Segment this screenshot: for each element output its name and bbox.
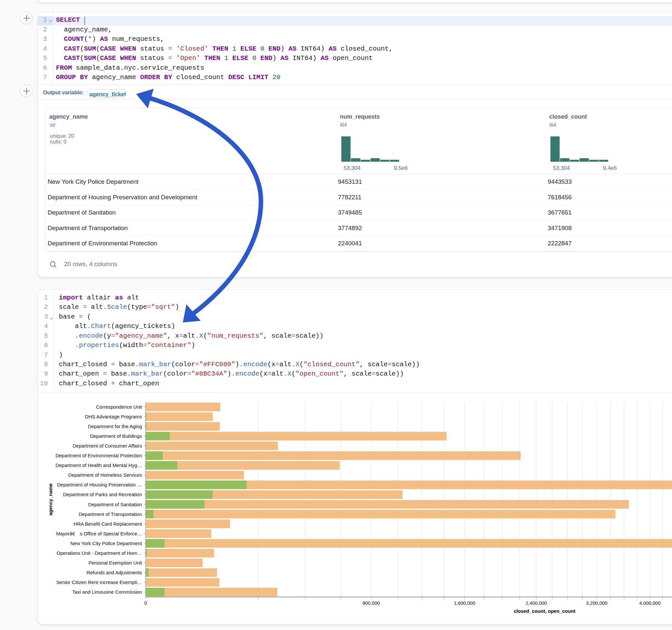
svg-text:0: 0	[144, 601, 147, 606]
svg-text:Senior Citizen Rent Increase E: Senior Citizen Rent Increase Exempti…	[56, 579, 142, 585]
svg-text:Department of Buildings: Department of Buildings	[90, 433, 142, 439]
svg-text:Department of Homeless Service: Department of Homeless Services	[68, 472, 142, 478]
svg-text:Personal Exemption Unit: Personal Exemption Unit	[89, 560, 142, 565]
svg-text:1,600,000: 1,600,000	[454, 601, 475, 606]
svg-text:2,400,000: 2,400,000	[526, 601, 547, 606]
svg-text:Department of Housing Preserva: Department of Housing Preservation …	[57, 482, 142, 487]
svg-text:3,200,000: 3,200,000	[586, 601, 607, 606]
svg-text:Department of Health and Menta: Department of Health and Mental Hyg…	[55, 462, 142, 468]
svg-text:800,000: 800,000	[362, 601, 380, 606]
svg-text:HRA Benefit Card Replacement: HRA Benefit Card Replacement	[74, 521, 142, 527]
svg-text:Operations Unit - Department o: Operations Unit - Department of Hom…	[57, 550, 142, 556]
svg-text:Department of Sanitation: Department of Sanitation	[88, 502, 142, 507]
svg-text:Department of Environmental Pr: Department of Environmental Protection	[55, 453, 142, 458]
svg-text:Department for the Aging: Department for the Aging	[88, 423, 142, 429]
svg-text:Refunds and Adjustments: Refunds and Adjustments	[87, 570, 142, 575]
svg-text:Mayorâ€ s Office of Special En: Mayorâ€ s Office of Special Enforce…	[56, 531, 142, 536]
svg-text:Taxi and Limousine Commission: Taxi and Limousine Commission	[72, 589, 142, 595]
svg-text:agency_name: agency_name	[48, 484, 53, 516]
svg-text:Department of Consumer Affairs: Department of Consumer Affairs	[73, 443, 142, 449]
svg-text:Department of Transportation: Department of Transportation	[79, 511, 142, 517]
svg-text:closed_count, open_count: closed_count, open_count	[514, 608, 575, 614]
svg-text:Correspondence Unit: Correspondence Unit	[96, 404, 142, 410]
svg-text:4,000,000: 4,000,000	[639, 601, 661, 606]
svg-text:New York City Police Departmen: New York City Police Department	[70, 540, 142, 546]
svg-text:DHS Advantage Programs: DHS Advantage Programs	[85, 414, 142, 419]
svg-text:Department of Parks and Recrea: Department of Parks and Recreation	[63, 492, 142, 497]
